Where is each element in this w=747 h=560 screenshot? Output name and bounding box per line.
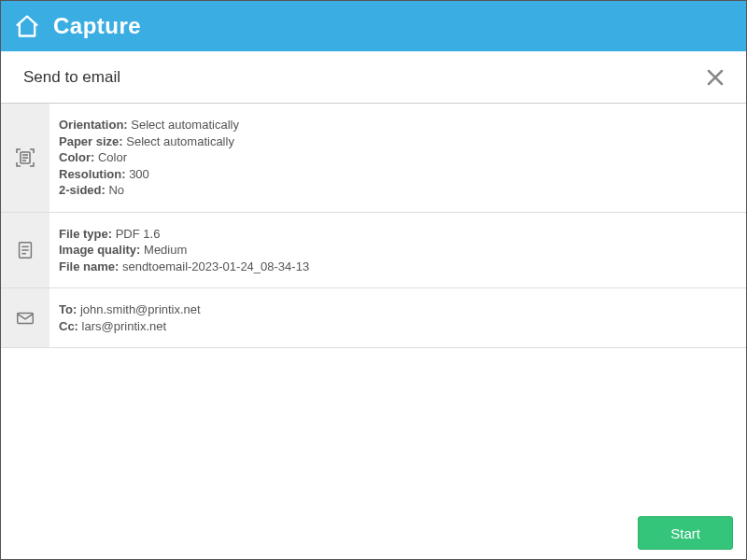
orientation-label: Orientation: — [59, 118, 128, 132]
resolution-value: 300 — [129, 167, 149, 181]
paper-size-value: Select automatically — [126, 134, 234, 148]
file-type-label: File type: — [59, 227, 112, 241]
file-settings-section[interactable]: File type: PDF 1.6 Image quality: Medium… — [1, 213, 746, 289]
to-label: To: — [59, 302, 77, 316]
two-sided-value: No — [108, 183, 124, 197]
two-sided-label: 2-sided: — [59, 183, 106, 197]
paper-size-label: Paper size: — [59, 134, 123, 148]
app-title: Capture — [53, 13, 141, 39]
document-icon — [1, 213, 49, 288]
page-title: Send to email — [23, 68, 120, 87]
color-value: Color — [98, 150, 127, 164]
email-section[interactable]: To: john.smith@printix.net Cc: lars@prin… — [1, 288, 746, 348]
color-label: Color: — [59, 150, 94, 164]
content-area: Orientation: Select automatically Paper … — [1, 104, 746, 507]
scan-icon — [1, 104, 49, 212]
start-button[interactable]: Start — [638, 516, 733, 550]
footer: Start — [1, 507, 746, 559]
cc-label: Cc: — [59, 319, 78, 333]
page-subheader: Send to email — [1, 51, 746, 104]
email-body: To: john.smith@printix.net Cc: lars@prin… — [49, 288, 746, 347]
close-icon[interactable] — [701, 63, 729, 91]
envelope-icon — [1, 288, 49, 347]
scan-settings-section[interactable]: Orientation: Select automatically Paper … — [1, 104, 746, 213]
cc-value: lars@printix.net — [82, 319, 167, 333]
image-quality-value: Medium — [144, 243, 187, 257]
svg-rect-10 — [18, 313, 34, 323]
file-type-value: PDF 1.6 — [116, 227, 161, 241]
scan-settings-body: Orientation: Select automatically Paper … — [49, 104, 746, 212]
image-quality-label: Image quality: — [59, 243, 140, 257]
resolution-label: Resolution: — [59, 167, 126, 181]
file-settings-body: File type: PDF 1.6 Image quality: Medium… — [49, 213, 746, 288]
orientation-value: Select automatically — [131, 118, 239, 132]
home-icon[interactable] — [14, 13, 40, 39]
file-name-value: sendtoemail-2023-01-24_08-34-13 — [122, 259, 309, 273]
app-header: Capture — [1, 1, 746, 51]
to-value: john.smith@printix.net — [80, 302, 201, 316]
file-name-label: File name: — [59, 259, 119, 273]
